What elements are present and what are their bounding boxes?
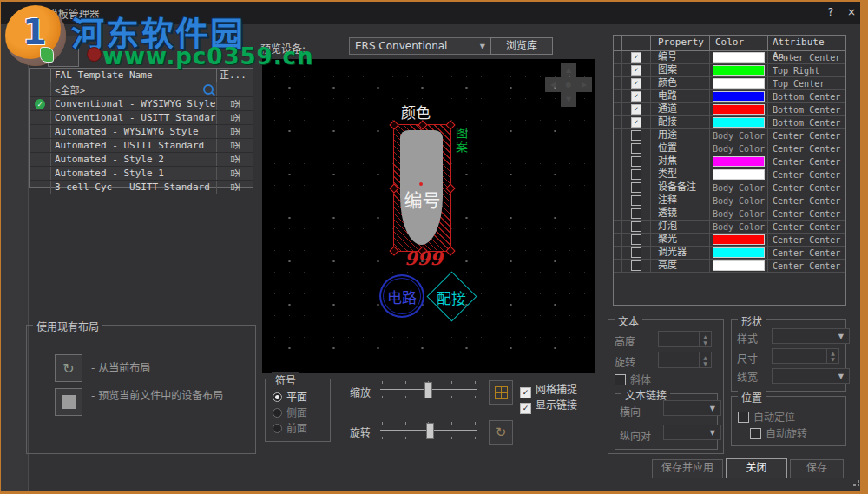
color-swatch[interactable] <box>713 247 765 258</box>
property-color-col[interactable] <box>710 155 768 168</box>
template-row[interactable]: Automated - WYSIWYG Style否 <box>30 125 253 139</box>
header-color[interactable]: Color <box>710 36 768 50</box>
browse-library-button[interactable]: 浏览库 <box>490 37 553 55</box>
property-row[interactable]: 类型Center Center <box>614 168 845 181</box>
text-rotation-spinner[interactable]: ▲▼ <box>658 352 712 368</box>
color-swatch[interactable] <box>713 52 765 63</box>
property-checkbox[interactable] <box>631 143 641 154</box>
property-checkbox[interactable] <box>631 156 641 167</box>
property-row[interactable]: ✓电路Bottom Center <box>614 90 845 103</box>
vertical-select[interactable]: ▼ <box>663 425 721 440</box>
property-color-col[interactable] <box>710 77 768 89</box>
color-swatch[interactable] <box>713 156 765 167</box>
property-color-col[interactable]: Body Color <box>710 207 768 220</box>
property-row[interactable]: 亮度Center Center <box>614 260 845 273</box>
property-checkbox[interactable]: ✓ <box>631 65 641 76</box>
color-swatch[interactable] <box>713 117 765 128</box>
property-checkbox[interactable]: ✓ <box>631 52 641 63</box>
from-current-layout-button[interactable]: ↻ <box>55 354 82 382</box>
property-color-col[interactable] <box>710 260 768 272</box>
property-row[interactable]: 注释Body ColorCenter Center <box>614 194 845 207</box>
close-dialog-button[interactable]: 关闭 <box>726 458 787 478</box>
property-color-col[interactable] <box>710 103 768 115</box>
preview-device-select[interactable]: ERS Conventional ▼ <box>349 37 491 55</box>
template-list-header-name[interactable]: FAL Template Name <box>51 69 217 82</box>
spin-down-icon[interactable]: ▼ <box>703 360 707 366</box>
property-row[interactable]: ✓颜色Top Center <box>614 77 845 90</box>
property-checkbox[interactable] <box>631 247 641 258</box>
save-and-apply-button[interactable]: 保存并应用 <box>652 459 723 478</box>
rotate-slider-thumb[interactable] <box>426 423 434 439</box>
color-swatch[interactable] <box>713 169 765 180</box>
template-filter-row[interactable]: <全部> <box>30 82 253 97</box>
property-checkbox[interactable]: ✓ <box>631 117 641 128</box>
property-checkbox[interactable] <box>631 182 641 193</box>
spin-up-icon[interactable]: ▲ <box>703 333 707 339</box>
color-swatch[interactable] <box>713 234 765 245</box>
header-property[interactable]: Property <box>651 36 710 50</box>
close-button[interactable]: × <box>844 7 859 19</box>
template-row[interactable]: Automated - Style 1否 <box>30 167 253 181</box>
property-row[interactable]: 调光器Center Center <box>614 247 845 260</box>
property-checkbox[interactable]: ✓ <box>631 104 641 115</box>
property-color-col[interactable]: Body Color <box>710 142 768 155</box>
spin-down-icon[interactable]: ▼ <box>831 356 835 362</box>
property-row[interactable]: ✓编号Center Center <box>614 51 845 64</box>
property-row[interactable]: ✓配接Bottom Center <box>614 116 845 129</box>
resize-grip[interactable] <box>852 478 860 487</box>
property-row[interactable]: ✓通道Bottom Center <box>614 103 845 116</box>
property-row[interactable]: 用途Body ColorCenter Center <box>614 129 845 142</box>
help-button[interactable]: ? <box>823 7 838 19</box>
property-color-col[interactable] <box>710 168 768 181</box>
spin-down-icon[interactable]: ▼ <box>703 339 707 346</box>
template-row[interactable]: ✓Conventional - WYSIWYG Style否 <box>30 97 253 111</box>
pan-right-button[interactable]: ▶ <box>576 77 592 92</box>
property-checkbox[interactable] <box>631 260 641 271</box>
radio-side-view[interactable]: 侧面 <box>273 405 307 419</box>
property-checkbox[interactable] <box>631 208 641 219</box>
property-checkbox[interactable] <box>631 221 641 232</box>
lineweight-select[interactable]: ▼ <box>772 368 850 384</box>
grid-button[interactable] <box>489 380 513 405</box>
template-row[interactable]: Automated - USITT Standard否 <box>30 139 253 153</box>
pan-down-button[interactable]: ▼ <box>561 92 576 107</box>
header-attribute[interactable]: Attribute An.. <box>768 36 845 50</box>
property-row[interactable]: ✓图案Top Right <box>614 64 845 77</box>
property-checkbox[interactable] <box>631 130 641 141</box>
property-checkbox[interactable]: ✓ <box>631 91 641 102</box>
pan-left-button[interactable]: ◀ <box>545 77 561 92</box>
spin-up-icon[interactable]: ▲ <box>831 350 835 356</box>
property-color-col[interactable] <box>710 116 768 128</box>
spin-up-icon[interactable]: ▲ <box>703 354 707 360</box>
pan-center-button[interactable]: ● <box>561 77 576 92</box>
auto-rotate-checkbox[interactable]: 自动旋转 <box>750 425 807 440</box>
preview-current-file-button[interactable] <box>55 388 82 416</box>
property-checkbox[interactable] <box>631 169 641 180</box>
grid-snap-checkbox[interactable]: ✓网格捕捉 <box>520 381 577 398</box>
size-spinner[interactable]: ▲▼ <box>772 348 839 364</box>
color-swatch[interactable] <box>713 260 765 271</box>
template-filter-value[interactable]: <全部> <box>55 82 85 96</box>
property-color-col[interactable] <box>710 234 768 246</box>
color-swatch[interactable] <box>713 78 765 89</box>
property-row[interactable]: 透镜Body ColorCenter Center <box>614 207 845 221</box>
property-checkbox[interactable]: ✓ <box>631 78 641 89</box>
show-links-checkbox[interactable]: ✓显示链接 <box>520 397 577 414</box>
pan-up-button[interactable]: ▲ <box>561 63 576 77</box>
horizontal-select[interactable]: ▼ <box>663 400 721 416</box>
color-swatch[interactable] <box>713 104 765 115</box>
property-color-col[interactable]: Body Color <box>710 221 768 233</box>
property-color-col[interactable]: Body Color <box>710 194 768 207</box>
property-color-col[interactable]: Body Color <box>710 129 768 142</box>
search-icon[interactable] <box>203 84 214 95</box>
property-color-col[interactable] <box>710 51 768 63</box>
property-row[interactable]: 设备备注Body ColorCenter Center <box>614 181 845 194</box>
property-row[interactable]: 位置Body ColorCenter Center <box>614 142 845 155</box>
color-swatch[interactable] <box>713 91 765 102</box>
property-color-col[interactable] <box>710 64 768 76</box>
property-color-col[interactable] <box>710 247 768 259</box>
property-row[interactable]: 聚光Center Center <box>614 234 845 247</box>
property-checkbox[interactable] <box>631 195 641 206</box>
reset-rotation-button[interactable]: ↻ <box>489 420 513 445</box>
property-row[interactable]: 灯泡Body ColorCenter Center <box>614 221 845 234</box>
